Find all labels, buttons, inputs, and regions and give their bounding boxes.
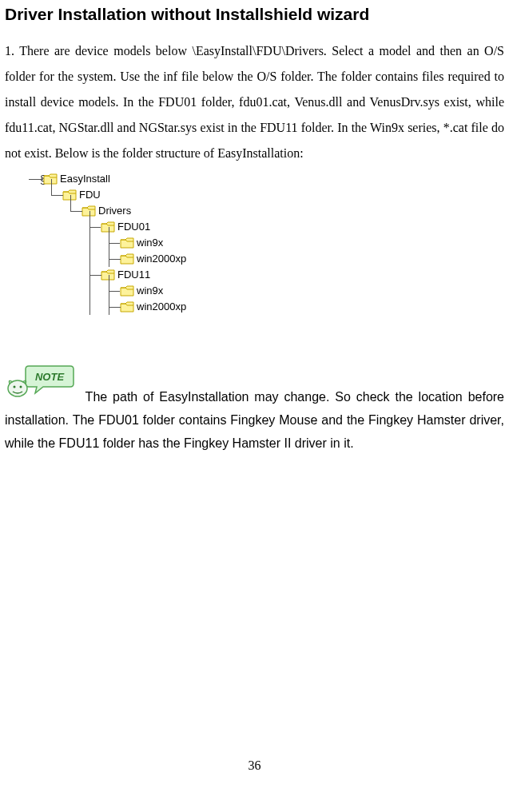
page-title: Driver Installation without Installshiel…	[5, 5, 504, 24]
folder-icon	[101, 221, 115, 233]
svg-point-3	[20, 386, 22, 388]
tree-node-fdu01-win2000xp: win2000xp	[120, 251, 504, 267]
tree-label: win2000xp	[137, 299, 186, 315]
body-paragraph-1: 1. There are device models below \EasyIn…	[5, 38, 504, 166]
folder-icon	[120, 237, 134, 249]
tree-node-fdu01-win9x: win9x	[120, 235, 504, 251]
tree-node-fdu: FDU	[62, 187, 504, 203]
tree-node-fdu11-win2000xp: win2000xp	[120, 299, 504, 315]
svg-point-2	[14, 386, 16, 388]
svg-text:NOTE: NOTE	[35, 371, 64, 383]
folder-icon	[101, 269, 115, 281]
tree-label: Drivers	[98, 203, 131, 219]
folder-tree: § EasyInstall FDU Drivers	[43, 171, 504, 323]
folder-icon	[120, 253, 134, 265]
tree-node-easyinstall: EasyInstall	[43, 171, 504, 187]
tree-node-fdu01: FDU01	[101, 219, 504, 235]
tree-label: EasyInstall	[60, 171, 110, 187]
note-text: The path of EasyInstallation may change.…	[5, 390, 504, 450]
tree-node-fdu11-win9x: win9x	[120, 283, 504, 299]
tree-label: FDU	[79, 187, 101, 203]
tree-label: win2000xp	[137, 251, 186, 267]
tree-label: FDU01	[117, 219, 150, 235]
tree-label: win9x	[137, 283, 163, 299]
tree-label: win9x	[137, 235, 163, 251]
note-section: NOTE The path of EasyInstallation may ch…	[5, 363, 504, 455]
folder-icon	[120, 301, 134, 312]
page-number: 36	[5, 758, 504, 781]
tree-node-fdu11: FDU11	[101, 267, 504, 283]
svg-point-1	[8, 380, 27, 396]
tree-node-drivers: Drivers	[82, 203, 504, 219]
tree-label: FDU11	[117, 267, 150, 283]
note-icon: NOTE	[5, 363, 75, 409]
folder-icon	[120, 285, 134, 297]
